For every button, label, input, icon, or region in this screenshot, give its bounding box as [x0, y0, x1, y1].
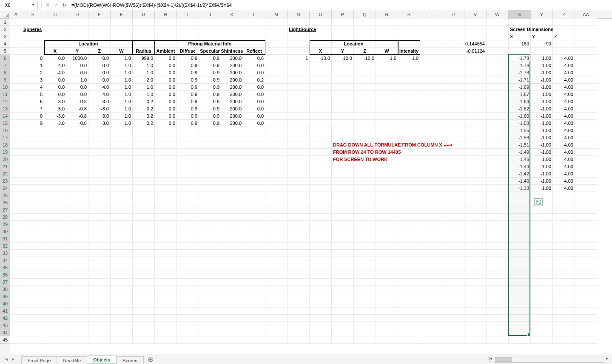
fx-button[interactable]: fx [60, 1, 69, 9]
chevron-down-icon[interactable]: ▼ [31, 3, 35, 7]
name-box-value: X6 [5, 3, 10, 8]
separator [41, 1, 42, 9]
formula-bar: X6 ▼ ✕ ✓ fx [0, 0, 612, 10]
cancel-formula-button[interactable]: ✕ [43, 1, 52, 9]
accept-formula-button[interactable]: ✓ [52, 1, 60, 9]
formula-input[interactable] [69, 1, 612, 9]
name-box[interactable]: X6 ▼ [2, 1, 38, 9]
